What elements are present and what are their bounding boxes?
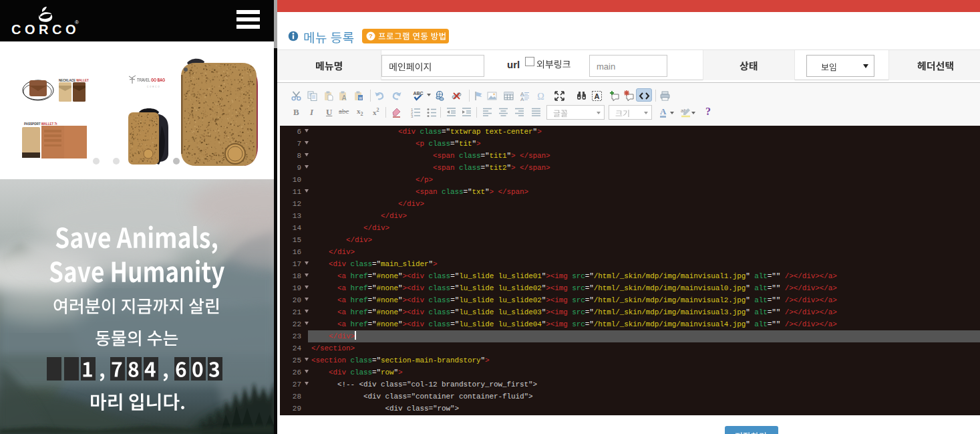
svg-text:A: A [342, 94, 347, 102]
svg-text:A: A [520, 96, 524, 102]
svg-text:3: 3 [411, 114, 414, 118]
svg-text:A: A [595, 92, 600, 100]
svg-text:w: w [358, 96, 362, 100]
svg-text:?: ? [369, 33, 373, 39]
svg-text:ABC: ABC [414, 91, 424, 96]
svg-text:Ω: Ω [537, 92, 544, 102]
